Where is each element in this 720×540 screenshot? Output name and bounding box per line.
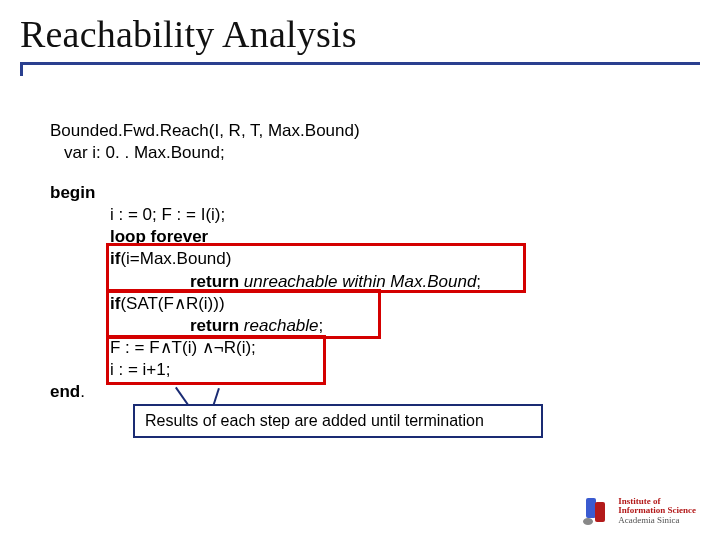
keyword-loop-forever: loop forever [110,227,208,246]
keyword-begin: begin [50,182,670,204]
declaration-line-2: var i: 0. . Max.Bound; [50,142,670,164]
cond-sat: (SAT(F∧R(i))) [120,294,224,313]
annotation-box: Results of each step are added until ter… [133,404,543,438]
keyword-if-2: if [110,294,120,313]
keyword-end: end [50,382,80,401]
if-maxbound-line: if(i=Max.Bound) [50,248,670,270]
annotation-text: Results of each step are added until ter… [145,412,484,429]
loop-forever-line: loop forever [50,226,670,248]
cond-maxbound: (i=Max.Bound) [120,249,231,268]
logo-text: Institute of Information Science Academi… [618,497,696,525]
end-period: . [80,382,85,401]
logo-line-3: Academia Sinica [618,516,696,525]
logo-icon [580,496,612,526]
slide: Reachability Analysis Bounded.Fwd.Reach(… [0,0,720,540]
slide-title: Reachability Analysis [20,12,700,56]
return-reachable: reachable [244,316,319,335]
footer-logo: Institute of Information Science Academi… [580,496,696,526]
return-unreachable-suffix: Max.Bound [390,272,476,291]
if-sat-line: if(SAT(F∧R(i))) [50,293,670,315]
declaration-line-1: Bounded.Fwd.Reach(I, R, T, Max.Bound) [50,120,670,142]
end-line: end. [50,381,670,403]
semicolon-2: ; [319,316,324,335]
stmt-init: i : = 0; F : = I(i); [50,204,670,226]
keyword-return-1: return [190,272,239,291]
title-underline-tick [20,62,23,76]
semicolon-1: ; [476,272,481,291]
title-container: Reachability Analysis [20,12,700,65]
return-reachable-line: return reachable; [50,315,670,337]
code-block: Bounded.Fwd.Reach(I, R, T, Max.Bound) va… [50,120,670,403]
return-unreachable-prefix: unreachable within [244,272,390,291]
keyword-if-1: if [110,249,120,268]
stmt-increment: i : = i+1; [50,359,670,381]
return-unreachable-line: return unreachable within Max.Bound; [50,271,670,293]
stmt-update-f: F : = F∧T(i) ∧¬R(i); [50,337,670,359]
keyword-return-2: return [190,316,239,335]
blank-line [50,164,670,182]
